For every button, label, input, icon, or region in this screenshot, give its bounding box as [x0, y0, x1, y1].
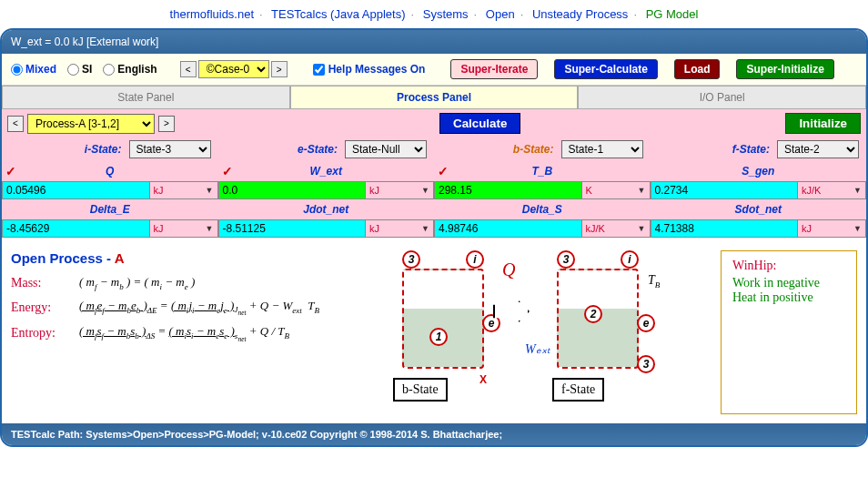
entropy-equation: ( mfsf − mbsb )ΔS = ( misi − mese )snet … — [79, 324, 289, 342]
process-next-button[interactable]: > — [158, 116, 175, 132]
var-Jdot_net: Jdot_net kJ▼ — [218, 199, 435, 238]
app-container: W_ext = 0.0 kJ [External work] Mixed SI … — [0, 28, 868, 447]
mass-label: Mass: — [11, 276, 70, 290]
process-bar: < Process-A [3-1,2] > Calculate Initiali… — [2, 109, 866, 137]
b-state-label: b-State: — [513, 143, 554, 156]
tank-b-icon — [402, 269, 484, 369]
TB-symbol: TB — [648, 273, 660, 290]
super-initialize-button[interactable]: Super-Initialize — [736, 59, 833, 79]
panel-tabs: State Panel Process Panel I/O Panel — [2, 86, 866, 109]
check-icon: ✓ — [438, 164, 449, 178]
tab-process-panel[interactable]: Process Panel — [290, 86, 579, 109]
S_gen-input[interactable] — [651, 181, 799, 199]
var-Q: ✓Q kJ▼ — [2, 161, 218, 199]
unit-english-radio[interactable]: English — [103, 63, 156, 76]
node-eb-icon: e — [637, 314, 655, 332]
node-i-icon: i — [466, 250, 484, 269]
node-ib-icon: i — [621, 250, 639, 269]
chevron-down-icon: ▼ — [206, 186, 214, 195]
hint-line2: Heat in positive — [732, 290, 845, 305]
unit-mixed-radio[interactable]: Mixed — [11, 63, 56, 76]
var-Delta_S: Delta_S kJ/K▼ — [434, 199, 651, 238]
tab-state-panel[interactable]: State Panel — [2, 86, 290, 109]
hint-line1: Work in negative — [732, 276, 845, 290]
var-S_gen: S_gen kJ/K▼ — [651, 161, 867, 199]
Jdot_net-input[interactable] — [218, 219, 367, 238]
node-3-icon: 3 — [402, 250, 420, 269]
unit-si-radio[interactable]: SI — [67, 63, 92, 76]
T_B-input[interactable] — [434, 181, 582, 199]
Delta_S-unit-select[interactable]: kJ/K▼ — [582, 219, 651, 238]
help-messages-checkbox[interactable]: Help Messages On — [313, 63, 426, 76]
b-state-select[interactable]: State-1 — [561, 140, 643, 158]
node-2-icon: 2 — [584, 305, 602, 323]
entropy-label: Entropy: — [11, 326, 70, 341]
bc-link[interactable]: thermofluids.net — [170, 7, 255, 21]
var-Delta_E: Delta_E kJ▼ — [2, 199, 218, 238]
node-1-icon: 1 — [429, 328, 448, 346]
case-selector: < ©Case-0 > — [180, 60, 288, 78]
tab-io-panel[interactable]: I/O Panel — [578, 86, 866, 109]
W_ext-input[interactable] — [218, 181, 367, 199]
node-3b-icon: 3 — [557, 250, 575, 269]
process-prev-button[interactable]: < — [7, 116, 24, 132]
Sdot_net-unit-select[interactable]: kJ▼ — [798, 219, 866, 238]
Q-symbol: Q — [502, 259, 515, 280]
hint-title: WinHip: — [732, 259, 845, 273]
var-T_B: ✓T_B K▼ — [434, 161, 651, 199]
i-state-select[interactable]: State-3 — [129, 140, 211, 158]
bc-link[interactable]: TESTcalcs (Java Applets) — [271, 7, 405, 21]
var-W_ext: ✓W_ext kJ▼ — [218, 161, 435, 199]
chevron-down-icon: ▼ — [853, 224, 862, 233]
variable-grid: ✓Q kJ▼ ✓W_ext kJ▼ ✓T_B K▼ S_gen kJ/K▼ De… — [2, 161, 866, 238]
X-symbol: X — [479, 373, 487, 386]
load-button[interactable]: Load — [674, 59, 721, 79]
f-state-select[interactable]: State-2 — [777, 140, 859, 158]
var-Sdot_net: Sdot_net kJ▼ — [651, 199, 867, 238]
chevron-down-icon: ▼ — [421, 186, 429, 195]
i-state-label: i-State: — [85, 143, 122, 156]
S_gen-unit-select[interactable]: kJ/K▼ — [798, 181, 866, 199]
b-state-box: b-State — [393, 378, 448, 402]
mass-equation: ( mf − mb ) = ( mi − me ) — [79, 275, 195, 291]
e-state-select[interactable]: State-Null — [345, 140, 427, 158]
calculate-button[interactable]: Calculate — [439, 113, 520, 134]
case-select[interactable]: ©Case-0 — [198, 60, 269, 78]
Delta_E-input[interactable] — [2, 219, 150, 238]
diagram-title: Open Process - A — [11, 250, 366, 266]
bc-link[interactable]: Systems — [423, 7, 469, 21]
W_ext-unit-select[interactable]: kJ▼ — [366, 181, 434, 199]
T_B-unit-select[interactable]: K▼ — [582, 181, 651, 199]
Delta_E-unit-select[interactable]: kJ▼ — [150, 219, 218, 238]
formula-panel: Open Process - A Mass: ( mf − mb ) = ( m… — [11, 250, 366, 414]
winhip-hint: WinHip: Work in negative Heat in positiv… — [721, 250, 857, 414]
Delta_S-input[interactable] — [434, 219, 582, 238]
case-prev-button[interactable]: < — [180, 61, 197, 77]
initialize-button[interactable]: Initialize — [785, 113, 861, 134]
Q-unit-select[interactable]: kJ▼ — [150, 181, 218, 199]
state-selector-row: i-State:State-3 e-State:State-Null b-Sta… — [2, 137, 866, 161]
toolbar: Mixed SI English < ©Case-0 > Help Messag… — [2, 54, 866, 86]
energy-equation: ( mfef − mbeb )ΔE = ( miji − meje )Jnet … — [79, 299, 319, 317]
node-3c-icon: 3 — [637, 355, 655, 373]
unit-radio-group: Mixed SI English — [11, 63, 157, 76]
bc-link[interactable]: Open — [486, 7, 515, 21]
chevron-down-icon: ▼ — [853, 186, 862, 195]
diagram-area: Open Process - A Mass: ( mf − mb ) = ( m… — [2, 238, 866, 423]
Jdot_net-unit-select[interactable]: kJ▼ — [366, 219, 434, 238]
energy-label: Energy: — [11, 300, 70, 315]
super-calculate-button[interactable]: Super-Calculate — [554, 59, 657, 79]
Q-input[interactable] — [2, 181, 150, 199]
case-next-button[interactable]: > — [271, 61, 288, 77]
f-state-label: f-State: — [732, 143, 770, 156]
chevron-down-icon: ▼ — [206, 224, 214, 233]
process-select[interactable]: Process-A [3-1,2] — [27, 114, 155, 134]
bc-link[interactable]: Unsteady Process — [532, 7, 629, 21]
W-symbol: Wₑₓₜ — [525, 341, 550, 357]
super-iterate-button[interactable]: Super-Iterate — [450, 59, 538, 79]
Sdot_net-input[interactable] — [651, 219, 799, 238]
footer: TESTcalc Path: Systems>Open>Process>PG-M… — [2, 423, 866, 445]
f-state-box: f-State — [552, 378, 604, 402]
schematic-diagram: 3 i 1 e 3 i 2 e 3 Q Wₑₓₜ TB X b-State f-… — [375, 250, 712, 414]
chevron-down-icon: ▼ — [638, 224, 646, 233]
